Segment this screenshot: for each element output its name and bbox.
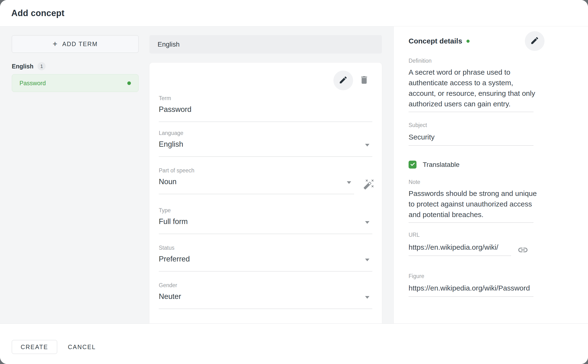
translatable-checkbox-row[interactable]: Translatable	[409, 161, 534, 169]
page-title: Add concept	[11, 8, 64, 18]
field-underline	[159, 156, 372, 157]
chevron-down-icon	[365, 259, 369, 261]
translatable-label: Translatable	[423, 161, 459, 169]
create-button[interactable]: CREATE	[12, 340, 57, 354]
add-term-button[interactable]: + ADD TERM	[12, 35, 139, 53]
type-select[interactable]: Type Full form	[159, 208, 372, 234]
note-value: Passwords should be strong and unique to…	[409, 188, 539, 220]
plus-icon: +	[52, 40, 58, 48]
chevron-down-icon	[365, 296, 369, 299]
url-value: https://en.wikipedia.org/wiki/	[409, 241, 511, 253]
subject-value: Security	[409, 131, 534, 143]
term-field[interactable]: Term Password	[159, 96, 372, 122]
chevron-down-icon	[365, 221, 369, 224]
dialog-footer: CREATE CANCEL	[0, 323, 588, 364]
chevron-down-icon	[365, 144, 369, 146]
part-of-speech-value: Noun	[159, 177, 354, 187]
language-select-value: English	[159, 139, 372, 149]
field-underline	[409, 296, 534, 297]
figure-value: https://en.wikipedia.org/wiki/Password	[409, 282, 534, 294]
term-count-badge: 1	[38, 62, 46, 70]
checkmark-icon	[410, 161, 416, 168]
url-field-block: URL https://en.wikipedia.org/wiki/	[409, 232, 534, 256]
concept-details-header: Concept details	[409, 31, 544, 51]
language-select-label: Language	[159, 130, 372, 136]
url-label: URL	[409, 232, 534, 238]
url-input[interactable]: https://en.wikipedia.org/wiki/	[409, 241, 511, 256]
definition-value: A secret word or phrase used to authenti…	[409, 67, 539, 109]
figure-label: Figure	[409, 273, 534, 279]
status-select-value: Preferred	[159, 254, 372, 264]
part-of-speech-label: Part of speech	[159, 168, 354, 173]
language-group-name: English	[12, 63, 33, 70]
field-underline	[409, 222, 534, 223]
field-underline	[159, 122, 372, 122]
note-field[interactable]: Note Passwords should be strong and uniq…	[409, 179, 534, 223]
gender-select-value: Neuter	[159, 292, 372, 301]
figure-field[interactable]: Figure https://en.wikipedia.org/wiki/Pas…	[409, 273, 534, 297]
edit-pencil-icon	[339, 75, 348, 85]
trash-icon	[359, 75, 369, 86]
term-editor-column: English Term	[149, 26, 393, 323]
term-card-actions	[159, 71, 372, 90]
term-field-label: Term	[159, 96, 372, 101]
term-edit-card: Term Password Language English Part of s…	[149, 63, 382, 323]
edit-pencil-icon	[530, 36, 539, 46]
term-language-header: English	[149, 35, 382, 53]
status-dot	[466, 40, 470, 43]
language-group-header: English 1	[12, 62, 139, 70]
status-dot	[127, 81, 131, 85]
auto-detect-button[interactable]	[363, 178, 375, 191]
field-underline	[159, 194, 354, 194]
field-underline	[159, 271, 372, 272]
gender-select-label: Gender	[159, 283, 372, 288]
add-term-label: ADD TERM	[62, 41, 98, 47]
terms-sidebar: + ADD TERM English 1 Password	[0, 26, 149, 323]
concept-details-panel: Concept details Definition A secret word…	[393, 26, 588, 323]
open-link-button[interactable]	[517, 244, 529, 256]
delete-term-button[interactable]	[359, 75, 369, 86]
definition-label: Definition	[409, 58, 534, 64]
status-select[interactable]: Status Preferred	[159, 245, 372, 272]
definition-field[interactable]: Definition A secret word or phrase used …	[409, 58, 534, 112]
note-label: Note	[409, 179, 534, 185]
magic-wand-icon	[363, 187, 375, 191]
field-underline	[159, 309, 372, 309]
chevron-down-icon	[347, 181, 351, 184]
part-of-speech-row: Part of speech Noun	[159, 168, 372, 194]
term-field-value: Password	[159, 105, 372, 114]
gender-select[interactable]: Gender Neuter	[159, 283, 372, 309]
field-underline	[409, 112, 534, 112]
status-select-label: Status	[159, 245, 372, 251]
type-select-label: Type	[159, 208, 372, 213]
dialog-body: + ADD TERM English 1 Password English	[0, 26, 588, 323]
field-underline	[409, 255, 511, 256]
term-list-item-password[interactable]: Password	[12, 74, 139, 92]
edit-concept-details-button[interactable]	[525, 31, 544, 51]
language-select[interactable]: Language English	[159, 130, 372, 157]
field-underline	[159, 234, 372, 234]
edit-term-button[interactable]	[333, 71, 353, 90]
concept-details-title: Concept details	[409, 37, 462, 45]
field-underline	[409, 145, 534, 146]
subject-label: Subject	[409, 123, 534, 128]
subject-field[interactable]: Subject Security	[409, 123, 534, 146]
part-of-speech-select[interactable]: Part of speech Noun	[159, 168, 354, 194]
translatable-checkbox[interactable]	[409, 161, 417, 169]
term-item-label: Password	[20, 80, 46, 87]
cancel-button[interactable]: CANCEL	[66, 340, 97, 354]
link-icon	[517, 252, 529, 256]
add-concept-dialog: Add concept + ADD TERM English 1 Passwor…	[0, 0, 588, 364]
type-select-value: Full form	[159, 217, 372, 227]
dialog-titlebar: Add concept	[0, 0, 588, 26]
